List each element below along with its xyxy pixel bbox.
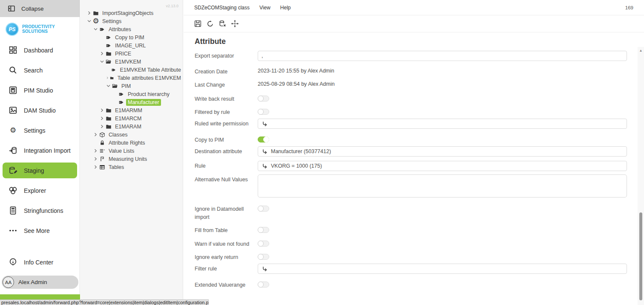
tree-item-e1mvkem[interactable]: E1MVKEM xyxy=(80,58,183,66)
tree-item-product-hierarchy[interactable]: Product hierarchy xyxy=(80,90,183,98)
tree-item-label: IMAGE_URL xyxy=(113,42,147,49)
tree-item-label: Attributes xyxy=(107,26,133,33)
ruled-write-permission-input[interactable] xyxy=(271,121,623,127)
extended-valuerange-toggle[interactable] xyxy=(258,282,269,288)
chevron-right-icon[interactable] xyxy=(99,124,105,129)
chevron-right-icon[interactable] xyxy=(99,51,105,56)
copy-to-pim-toggle[interactable] xyxy=(258,137,269,142)
fill-from-table-toggle[interactable] xyxy=(258,227,269,233)
destination-attribute-input[interactable] xyxy=(271,148,623,154)
search-icon xyxy=(9,66,17,75)
ignore-early-return-toggle[interactable] xyxy=(258,254,269,260)
chevron-right-icon[interactable] xyxy=(86,10,92,16)
sidebar-item-explorer[interactable]: Explorer xyxy=(0,180,80,200)
scroll-up-arrow[interactable]: ▲ xyxy=(638,49,644,52)
sidebar-item-settings[interactable]: ⚙Settings xyxy=(0,120,80,140)
tree-item-e1marcm[interactable]: E1MARCM xyxy=(80,114,183,122)
field-label: Ignore early return xyxy=(195,252,258,261)
scrollbar[interactable]: ▲ xyxy=(638,47,644,305)
sidebar-item-info-center[interactable]: Info Center xyxy=(0,252,80,272)
tree-item-label: Table attributes E1MVKEM xyxy=(116,75,183,81)
chevron-right-icon[interactable] xyxy=(106,75,109,81)
chevron-down-icon[interactable] xyxy=(106,83,111,89)
chevron-right-icon[interactable] xyxy=(99,116,105,121)
chevron-right-icon[interactable] xyxy=(93,164,98,170)
tree-item-copy-to-pim[interactable]: Copy to PIM xyxy=(80,33,183,41)
sidebar-item-integration-import[interactable]: Integration Import xyxy=(0,140,80,160)
filtered-by-rule-toggle[interactable] xyxy=(258,109,269,115)
tree-item-attribute-rights[interactable]: Attribute Rights xyxy=(80,139,183,147)
rule-arrow-icon xyxy=(262,121,268,127)
sidebar-item-dam-studio[interactable]: DAM Studio xyxy=(0,100,80,120)
form-row-write-back-result: Write back result xyxy=(195,94,269,103)
tree-item-settings[interactable]: ⚙Settings xyxy=(80,17,183,25)
sidebar-item-dashboard[interactable]: Dashboard xyxy=(0,40,80,60)
field-label: Extended Valuerange xyxy=(195,280,258,289)
form-row-extended-valuerange: Extended Valuerange xyxy=(195,280,269,289)
tree-item-label: Tables xyxy=(107,164,126,171)
chevron-right-icon[interactable] xyxy=(99,107,105,113)
form-row-creation-date: Creation Date2023-11-20 15:55 by Alex Ad… xyxy=(195,67,334,76)
tree-item-tables[interactable]: Tables xyxy=(80,163,183,171)
tree-item-label: Attribute Rights xyxy=(107,139,147,146)
alternative-null-values-textarea[interactable] xyxy=(258,174,627,198)
field-label: Creation Date xyxy=(195,67,258,76)
scrollbar-thumb[interactable] xyxy=(639,212,642,300)
sidebar-item-label: Integration Import xyxy=(24,147,71,154)
write-back-result-toggle[interactable] xyxy=(258,96,269,102)
last-change-value: 2025-08-29 08:54 by Alex Admin xyxy=(258,80,335,87)
chevron-down-icon[interactable] xyxy=(86,18,92,24)
field-label: Filter rule xyxy=(195,264,258,273)
chevron-down-icon[interactable] xyxy=(99,59,105,64)
toggle-knob xyxy=(263,137,269,142)
tree-item-pim[interactable]: PIM xyxy=(80,82,183,90)
attribute-form: Export separatorCreation Date2023-11-20 … xyxy=(184,0,644,305)
sidebar-item-staging[interactable]: Staging xyxy=(3,163,77,178)
filter-rule-input[interactable] xyxy=(271,266,623,272)
tree-item-image-url[interactable]: IMAGE_URL xyxy=(80,41,183,49)
collapse-button[interactable]: Collapse xyxy=(0,0,80,17)
field-label: Last Change xyxy=(195,80,258,89)
rule-arrow-icon xyxy=(262,163,268,169)
tree-item-e1maram[interactable]: E1MARAM xyxy=(80,122,183,131)
tree-item-e1mvkem-table-attribute[interactable]: E1MVKEM Table Attribute xyxy=(80,66,183,74)
chevron-right-icon[interactable] xyxy=(93,148,98,154)
logo-ps-badge: PS xyxy=(6,23,19,36)
chevron-down-icon[interactable] xyxy=(93,26,98,32)
tree-item-label: Measuring Units xyxy=(107,156,149,163)
sidebar-item-pim-studio[interactable]: PIM Studio xyxy=(0,80,80,100)
sidebar-item-stringfunctions[interactable]: Stringfunctions xyxy=(0,200,80,221)
rule-input[interactable] xyxy=(271,163,623,169)
sidebar-nav: DashboardSearchPIM StudioDAM Studio⚙Sett… xyxy=(0,40,80,241)
chevron-right-icon[interactable] xyxy=(93,156,98,162)
ignore-in-datamodell-import-toggle[interactable] xyxy=(258,206,269,212)
form-row-alternative-null-values: Alternative Null Values xyxy=(195,174,627,198)
tree-item-classes[interactable]: Classes xyxy=(80,131,183,139)
tree-item-value-lists[interactable]: Value Lists xyxy=(80,147,183,155)
sidebar-item-label: Stringfunctions xyxy=(24,207,63,214)
export-separator-input[interactable] xyxy=(262,53,623,59)
folder-icon xyxy=(106,51,112,57)
tree-item-importstagingobjects[interactable]: ImportStagingObjects xyxy=(80,9,183,17)
form-row-export-separator: Export separator xyxy=(195,51,627,61)
sidebar-item-label: Staging xyxy=(24,167,44,174)
sidebar-item-see-more[interactable]: See More xyxy=(0,221,80,241)
tree-item-measuring-units[interactable]: Measuring Units xyxy=(80,155,183,163)
tree-item-table-attributes-e1mvkem[interactable]: Table attributes E1MVKEM xyxy=(80,74,183,82)
chevron-right-icon[interactable] xyxy=(93,132,98,137)
logo-line2: SOLUTIONS xyxy=(22,29,55,34)
warn-if-value-not-found-toggle[interactable] xyxy=(258,241,269,247)
collapse-label: Collapse xyxy=(21,6,44,12)
tree-item-e1marmm[interactable]: E1MARMM xyxy=(80,106,183,114)
link-preview-statusbar: presales.localhost/admin/forward.php?for… xyxy=(0,299,209,305)
form-row-fill-from-table: Fill from Table xyxy=(195,225,269,235)
tree-item-attributes[interactable]: Attributes xyxy=(80,25,183,33)
tree-item-price[interactable]: PRICE xyxy=(80,49,183,58)
user-menu[interactable]: AA Alex Admin xyxy=(2,276,78,289)
tree-item-label: E1MARAM xyxy=(113,123,143,130)
sidebar-item-search[interactable]: Search xyxy=(0,60,80,80)
field-label: Rule xyxy=(195,161,258,170)
field-label: Write back result xyxy=(195,94,258,103)
tree-item-manufacturer[interactable]: Manufacturer xyxy=(80,98,183,106)
field-label: Destination attribute xyxy=(195,146,258,156)
